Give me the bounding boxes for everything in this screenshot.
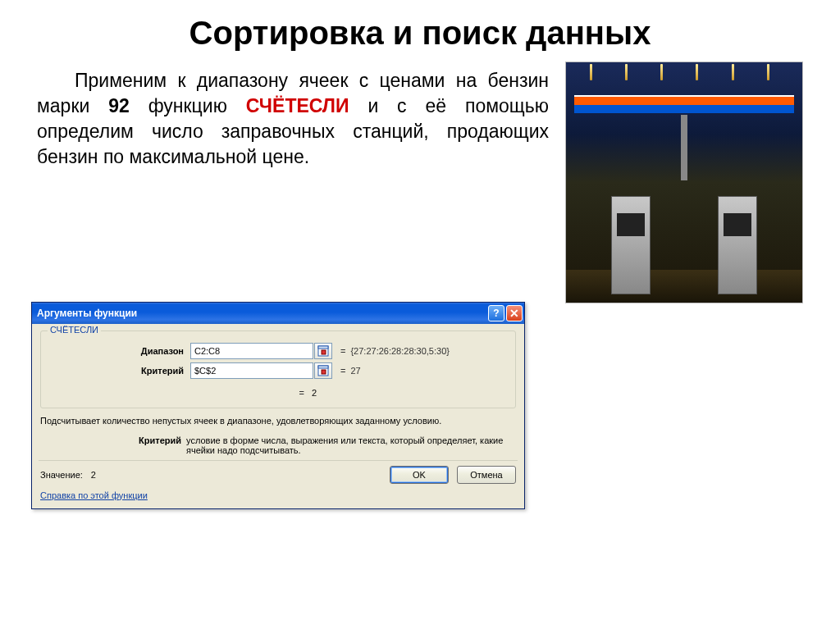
- body-paragraph: Применим к диапазону ячеек с ценами на б…: [37, 62, 549, 303]
- close-icon: ✕: [509, 308, 519, 319]
- criteria-input[interactable]: [190, 362, 313, 379]
- eq-sign: =: [290, 388, 308, 398]
- dialog-titlebar[interactable]: Аргументы функции ? ✕: [32, 303, 524, 324]
- eq-sign: =: [332, 366, 350, 376]
- eq-sign: =: [332, 346, 350, 356]
- divider: [39, 460, 518, 461]
- range-preview: {27:27:26:28:28:30,5:30}: [350, 346, 450, 356]
- arg-help-text: условие в форме числа, выражения или тек…: [186, 435, 516, 455]
- help-button[interactable]: ?: [488, 305, 504, 321]
- ok-button[interactable]: OK: [390, 466, 449, 484]
- range-selector-icon: [317, 365, 329, 376]
- range-input[interactable]: [190, 343, 313, 359]
- text-92: 92: [108, 95, 130, 116]
- text-mid: функцию: [130, 95, 246, 116]
- value-label: Значение:: [40, 470, 83, 480]
- svg-rect-4: [318, 366, 328, 368]
- range-ref-button[interactable]: [314, 343, 332, 359]
- inline-result: 2: [312, 388, 317, 398]
- slide-title: Сортировка и поиск данных: [0, 0, 840, 62]
- svg-rect-1: [318, 346, 328, 349]
- range-selector-icon: [317, 345, 329, 357]
- criteria-ref-button[interactable]: [314, 362, 332, 379]
- criteria-label: Критерий: [51, 366, 190, 376]
- function-help-link[interactable]: Справка по этой функции: [40, 490, 148, 500]
- result-value: 2: [91, 470, 96, 480]
- groupbox-function-name: СЧЁТЕСЛИ: [48, 325, 101, 335]
- criteria-preview: 27: [350, 366, 360, 376]
- close-button[interactable]: ✕: [506, 305, 523, 321]
- cancel-button[interactable]: Отмена: [457, 466, 516, 484]
- svg-rect-2: [322, 350, 326, 354]
- arg-help-key: Критерий: [40, 435, 186, 455]
- function-arguments-dialog: Аргументы функции ? ✕ СЧЁТЕСЛИ Диапазон …: [31, 302, 525, 509]
- gas-station-photo: [565, 62, 803, 303]
- help-icon: ?: [493, 308, 499, 319]
- svg-rect-5: [322, 370, 326, 374]
- function-description: Подсчитывает количество непустых ячеек в…: [40, 415, 516, 427]
- arguments-groupbox: СЧЁТЕСЛИ Диапазон = {27:27:26:28:28:30,5…: [40, 330, 516, 408]
- range-label: Диапазон: [51, 346, 190, 356]
- function-name-red: СЧЁТЕСЛИ: [246, 95, 349, 116]
- dialog-title: Аргументы функции: [37, 308, 137, 319]
